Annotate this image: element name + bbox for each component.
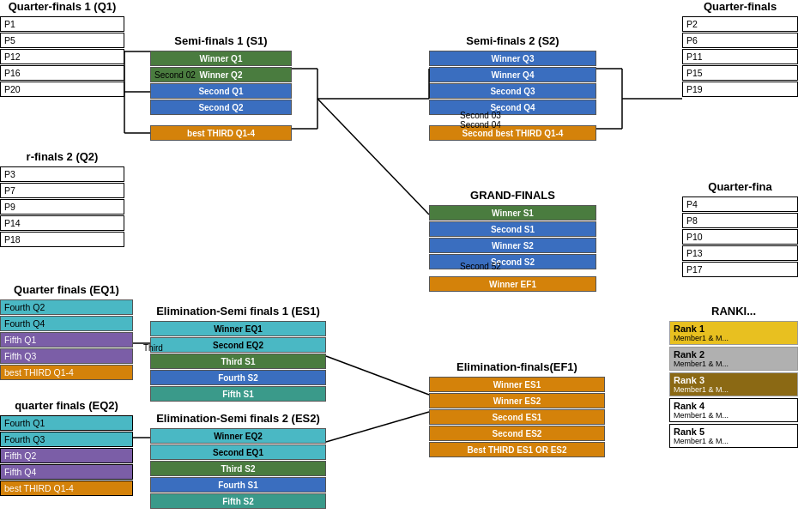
third-text: Third: [143, 343, 263, 353]
ranking-section: RANKI... Rank 1 Member1 & M... Rank 2 Me…: [669, 305, 798, 450]
es2-slot1: Winner EQ2: [150, 428, 326, 444]
third-label: Third: [143, 343, 263, 353]
qr1-p15: P15: [682, 65, 798, 81]
es1-slot3: Third S1: [150, 354, 326, 369]
sf1-section: Semi-finals 1 (S1) Winner Q1 Winner Q2 S…: [150, 34, 292, 142]
sf1-slot3: Second Q1: [150, 83, 292, 99]
gf-slot5: Winner EF1: [429, 276, 596, 292]
ef1-slot2: Winner ES2: [429, 393, 605, 408]
qr1-title: Quarter-finals: [682, 0, 798, 13]
gf-slot2: Second S1: [429, 221, 596, 237]
eq1-slot4: Fifth Q3: [0, 348, 133, 364]
qr1-p19: P19: [682, 82, 798, 97]
svg-line-17: [326, 412, 429, 442]
rank4-label: Rank 4: [674, 401, 794, 411]
sf1-title: Semi-finals 1 (S1): [150, 34, 292, 47]
q2-p18: P18: [0, 232, 124, 247]
ef1-section: Elimination-finals(EF1) Winner ES1 Winne…: [429, 360, 605, 458]
sf2-slot1: Winner Q3: [429, 51, 596, 66]
es2-slot3: Third S2: [150, 461, 326, 476]
q1-title: Quarter-finals 1 (Q1): [0, 0, 124, 13]
qr1-p11: P11: [682, 49, 798, 64]
q2-title: r-finals 2 (Q2): [0, 150, 124, 163]
es2-slot5: Fifth S2: [150, 493, 326, 509]
qr2-title: Quarter-fina: [682, 180, 798, 193]
second03-text: Second 03: [460, 111, 580, 120]
rank1-sub: Member1 & M...: [674, 334, 794, 342]
es1-slot4: Fourth S2: [150, 370, 326, 385]
ef1-slot4: Second ES2: [429, 426, 605, 441]
rank4-sub: Member1 & M...: [674, 411, 794, 420]
eq1-slot2: Fourth Q4: [0, 316, 133, 331]
rank4: Rank 4 Member1 & M...: [669, 398, 798, 422]
q2-section: r-finals 2 (Q2) P3 P7 P9 P14 P18: [0, 150, 124, 248]
eq2-slot3: Fifth Q2: [0, 448, 133, 463]
second04-text: Second 04: [460, 120, 580, 130]
eq2-slot2: Fourth Q3: [0, 432, 133, 447]
es1-slot5: Fifth S1: [150, 386, 326, 402]
gf-title: GRAND-FINALS: [429, 189, 596, 202]
ef1-slot1: Winner ES1: [429, 377, 605, 392]
rank2-sub: Member1 & M...: [674, 360, 794, 368]
eq2-section: quarter finals (EQ2) Fourth Q1 Fourth Q3…: [0, 399, 133, 497]
rank5-label: Rank 5: [674, 426, 794, 437]
eq1-section: Quarter finals (EQ1) Fourth Q2 Fourth Q4…: [0, 283, 133, 381]
rank1: Rank 1 Member1 & M...: [669, 321, 798, 345]
second02-text: Second 02: [154, 70, 196, 80]
qr1-section: Quarter-finals P2 P6 P11 P15 P19: [682, 0, 798, 98]
ranking-title: RANKI...: [669, 305, 798, 317]
es1-section: Elimination-Semi finals 1 (ES1) Winner E…: [150, 305, 326, 402]
gf-slot1: Winner S1: [429, 205, 596, 221]
rank5: Rank 5 Member1 & M...: [669, 424, 798, 448]
bracket-container: Quarter-finals 1 (Q1) P1 P5 P12 P16 P20 …: [0, 0, 798, 532]
q1-p1: P1: [0, 16, 124, 32]
sf2-slot2: Winner Q4: [429, 67, 596, 82]
q2-p7: P7: [0, 183, 124, 198]
qr2-p10: P10: [682, 229, 798, 245]
rank2-label: Rank 2: [674, 349, 794, 360]
sf2-title: Semi-finals 2 (S2): [429, 34, 596, 47]
ef1-title: Elimination-finals(EF1): [429, 360, 605, 373]
rank1-label: Rank 1: [674, 323, 794, 334]
eq2-title: quarter finals (EQ2): [0, 399, 133, 412]
q1-section: Quarter-finals 1 (Q1) P1 P5 P12 P16 P20: [0, 0, 124, 98]
second52-label: Second 52: [460, 262, 580, 271]
sf1-slot4: Second Q2: [150, 100, 292, 115]
eq1-slot3: Fifth Q1: [0, 332, 133, 348]
rank3-label: Rank 3: [674, 375, 794, 385]
q1-p12: P12: [0, 49, 124, 64]
q2-p9: P9: [0, 199, 124, 215]
second52-text: Second 52: [460, 262, 580, 271]
rank2: Rank 2 Member1 & M...: [669, 347, 798, 371]
es2-section: Elimination-Semi finals 2 (ES2) Winner E…: [150, 412, 326, 510]
qr2-p8: P8: [682, 213, 798, 228]
rank3-sub: Member1 & M...: [674, 385, 794, 394]
sf1-slot1: Winner Q1: [150, 51, 292, 66]
sf2-slot3: Second Q3: [429, 83, 596, 99]
second03-label: Second 03 Second 04: [460, 111, 580, 130]
q2-p14: P14: [0, 215, 124, 231]
ef1-slot5: Best THIRD ES1 OR ES2: [429, 442, 605, 457]
eq2-slot1: Fourth Q1: [0, 415, 133, 431]
gf-section: GRAND-FINALS Winner S1 Second S1 Winner …: [429, 189, 596, 293]
ef1-slot3: Second ES1: [429, 409, 605, 425]
second02-label: Second 02: [154, 70, 275, 80]
svg-line-16: [326, 356, 429, 395]
svg-line-13: [317, 99, 429, 215]
q2-p3: P3: [0, 166, 124, 182]
sf1-slot5: best THIRD Q1-4: [150, 125, 292, 141]
qr2-p17: P17: [682, 262, 798, 277]
es1-slot1: Winner EQ1: [150, 321, 326, 336]
qr1-p2: P2: [682, 16, 798, 32]
es2-slot4: Fourth S1: [150, 477, 326, 493]
qr2-section: Quarter-fina P4 P8 P10 P13 P17: [682, 180, 798, 278]
eq2-slot5: best THIRD Q1-4: [0, 481, 133, 496]
es1-title: Elimination-Semi finals 1 (ES1): [150, 305, 326, 317]
eq1-title: Quarter finals (EQ1): [0, 283, 133, 296]
eq1-slot5: best THIRD Q1-4: [0, 365, 133, 380]
gf-slot3: Winner S2: [429, 238, 596, 253]
qr2-p13: P13: [682, 245, 798, 261]
es2-slot2: Second EQ1: [150, 444, 326, 460]
es2-title: Elimination-Semi finals 2 (ES2): [150, 412, 326, 425]
q1-p20: P20: [0, 82, 124, 97]
